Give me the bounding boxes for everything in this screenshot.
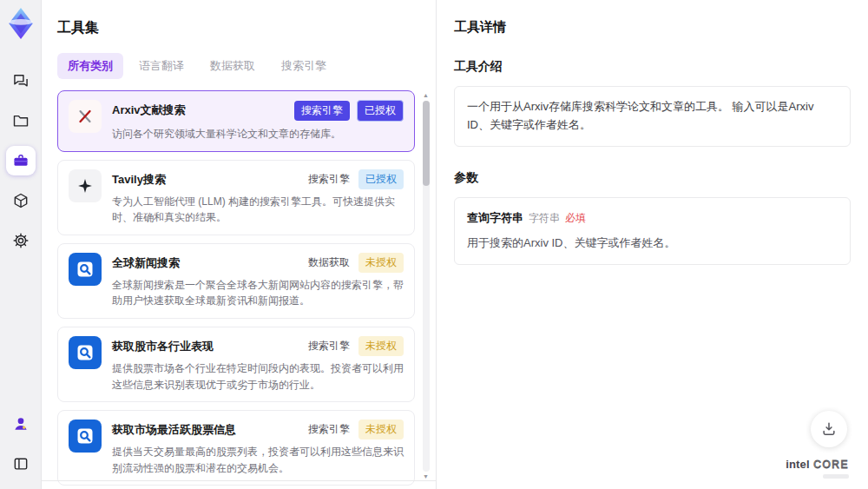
sidebar-item-files[interactable] [6,106,36,135]
user-icon [12,415,30,433]
sidebar-item-panel-toggle[interactable] [6,449,36,479]
sidebar-nav [6,66,36,255]
download-icon [820,420,838,438]
tool-icon-box [69,336,102,369]
folder-icon [12,112,30,129]
intro-box: 一个用于从Arxiv存储库搜索科学论文和文章的工具。 输入可以是Arxiv ID… [454,86,851,147]
news-search-app-icon [75,259,95,280]
tool-name: 全球新闻搜索 [112,253,180,271]
gear-icon [12,232,30,249]
auth-status-badge: 未授权 [358,336,404,356]
tool-description: 专为人工智能代理 (LLM) 构建的搜索引擎工具。可快速提供实时、准确和真实的结… [112,194,404,226]
tool-icon-box [69,420,102,453]
tool-description: 提供当天交易量最高的股票列表，投资者可以利用这些信息来识别流动性强的股票和潜在的… [112,444,404,476]
tool-name: Arxiv文献搜索 [112,100,186,118]
param-type: 字符串 [529,210,560,227]
auth-status-badge: 已授权 [357,100,404,122]
intro-heading: 工具介绍 [454,59,851,75]
tool-card[interactable]: Arxiv文献搜索 搜索引擎 已授权 访问各个研究领域大量科学论文和文章的存储库… [57,90,415,152]
brand-subtext-mark [823,474,849,479]
category-badge: 搜索引擎 [306,336,352,356]
category-tabs: 所有类别 语言翻译 数据获取 搜索引擎 [57,53,431,79]
list-scrollbar[interactable]: ▲ ▼ [422,92,430,480]
intro-text: 一个用于从Arxiv存储库搜索科学论文和文章的工具。 输入可以是Arxiv ID… [467,100,813,131]
tool-icon-box [69,100,102,133]
auth-status-badge: 未授权 [358,253,404,273]
brand-intel-text: intel [786,458,810,471]
tool-card[interactable]: 获取股市各行业表现 搜索引擎 未授权 提供股票市场各个行业在特定时间段内的表现。… [57,327,415,402]
briefcase-icon [12,152,30,169]
tool-list: Arxiv文献搜索 搜索引擎 已授权 访问各个研究领域大量科学论文和文章的存储库… [57,90,431,489]
stock-search-app-icon [75,426,95,446]
sidebar-item-tools[interactable] [6,146,36,175]
tool-name: Tavily搜索 [112,169,166,188]
page-title: 工具集 [57,19,431,37]
tool-icon-box [69,169,102,202]
sidebar-item-settings[interactable] [6,226,36,255]
scrollbar-track[interactable] [423,101,430,472]
tool-card[interactable]: Tavily搜索 搜索引擎 已授权 专为人工智能代理 (LLM) 构建的搜索引擎… [57,160,415,235]
param-name: 查询字符串 [467,209,523,228]
sidebar-item-account[interactable] [6,409,36,439]
params-heading: 参数 [454,170,851,186]
sidebar-item-chat[interactable] [6,66,36,96]
auth-status-badge: 未授权 [358,420,404,439]
param-required-flag: 必填 [565,210,586,227]
tool-card[interactable]: 获取市场最活跃股票信息 搜索引擎 未授权 提供当天交易量最高的股票列表，投资者可… [57,410,415,486]
tavily-star-icon [76,177,94,195]
scroll-up-arrow-icon[interactable]: ▲ [423,92,429,99]
scroll-down-arrow-icon[interactable]: ▼ [423,473,429,480]
tool-detail-panel: 工具详情 工具介绍 一个用于从Arxiv存储库搜索科学论文和文章的工具。 输入可… [436,0,868,489]
tab-language-translation[interactable]: 语言翻译 [128,53,194,79]
tab-all-categories[interactable]: 所有类别 [57,53,123,79]
tool-icon-box [69,253,102,286]
chat-icon [12,72,30,89]
tool-description: 全球新闻搜索是一个聚合全球各大新闻网站内容的搜索引擎，帮助用户快速获取全球最新资… [112,277,404,309]
category-badge: 数据获取 [306,253,352,273]
tab-data-acquisition[interactable]: 数据获取 [200,53,266,79]
download-button[interactable] [811,411,847,447]
panel-toggle-icon [12,455,30,472]
category-badge: 搜索引擎 [294,101,350,121]
detail-title: 工具详情 [454,19,851,36]
intel-core-logo: intel CORE [786,456,849,479]
app-logo [6,7,36,40]
sidebar-bottom [6,409,36,479]
cube-icon [12,192,30,209]
panel-bottom-divider [42,480,436,481]
stock-search-app-icon [75,342,95,363]
tool-description: 访问各个研究领域大量科学论文和文章的存储库。 [112,126,404,142]
tool-name: 获取市场最活跃股票信息 [112,420,236,438]
tool-card[interactable]: 全球新闻搜索 数据获取 未授权 全球新闻搜索是一个聚合全球各大新闻网站内容的搜索… [57,243,415,319]
tool-name: 获取股市各行业表现 [112,336,214,354]
param-box: 查询字符串 字符串 必填 用于搜索的Arxiv ID、关键字或作者姓名。 [454,197,851,266]
category-badge: 搜索引擎 [306,169,352,189]
category-badge: 搜索引擎 [306,420,352,439]
sidebar-item-plugins[interactable] [6,186,36,215]
scrollbar-thumb[interactable] [423,101,430,186]
arxiv-x-icon [76,107,95,126]
tool-list-panel: 工具集 所有类别 语言翻译 数据获取 搜索引擎 Arxiv文献搜索 搜索引擎 已… [42,0,436,489]
tool-description: 提供股票市场各个行业在特定时间段内的表现。投资者可以利用这些信息来识别表现优于或… [112,360,404,393]
app-sidebar [0,0,42,489]
tab-search-engine[interactable]: 搜索引擎 [271,53,337,79]
param-description: 用于搜索的Arxiv ID、关键字或作者姓名。 [467,235,838,253]
brand-core-text: CORE [813,459,849,471]
auth-status-badge: 已授权 [358,169,404,189]
gem-logo-icon [6,7,36,40]
